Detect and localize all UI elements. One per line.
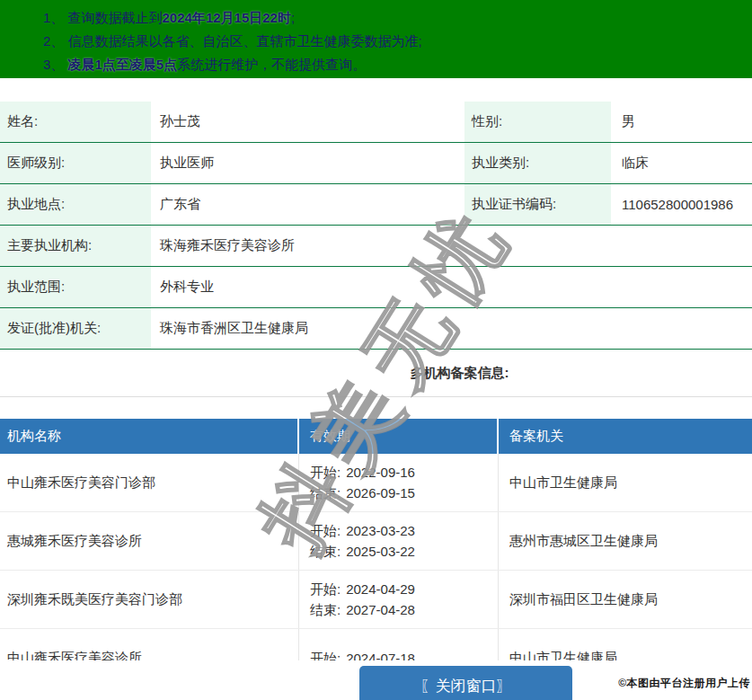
org-name-cell: 深圳雍禾既美医疗美容门诊部 — [0, 571, 299, 628]
certificate-number-label: 执业证书编码: — [464, 184, 611, 225]
profile-row-location-certno: 执业地点: 广东省 执业证书编码: 110652800001986 — [0, 184, 752, 226]
filing-authority-cell: 惠州市惠城区卫生健康局 — [499, 512, 752, 570]
org-name-cell: 中山雍禾医疗美容门诊部 — [0, 454, 299, 511]
main-institution-value: 珠海雍禾医疗美容诊所 — [151, 226, 752, 266]
doctor-level-label: 医师级别: — [0, 143, 151, 183]
practice-scope-value: 外科专业 — [151, 267, 752, 307]
column-header-validity: 有效期 — [299, 419, 499, 454]
start-date: 2022-09-16 — [346, 462, 415, 483]
filing-table-row: 惠城雍禾医疗美容诊所 开始: 2023-03-23 结束: 2025-03-22… — [0, 512, 752, 571]
certificate-number-value: 110652800001986 — [611, 184, 752, 225]
start-date: 2024-04-29 — [346, 579, 415, 599]
start-label: 开始: — [310, 579, 341, 599]
notice-line-3: 3、 凌晨1点至凌晨5点系统进行维护，不能提供查询。 — [0, 53, 752, 76]
practice-category-label: 执业类别: — [464, 143, 611, 183]
name-label: 姓名: — [0, 102, 151, 142]
end-date: 2026-09-15 — [346, 483, 415, 503]
filing-table-header: 机构名称 有效期 备案机关 — [0, 419, 752, 454]
multi-institution-section-title: 多机构备案信息: — [0, 350, 752, 397]
validity-end-line: 结束: 2025-03-22 — [310, 541, 498, 562]
end-label: 结束: — [310, 541, 341, 562]
validity-start-line: 开始: 2023-03-23 — [310, 520, 498, 541]
profile-row-main-institution: 主要执业机构: 珠海雍禾医疗美容诊所 — [0, 226, 752, 267]
validity-cell: 开始: 2023-03-23 结束: 2025-03-22 — [299, 512, 499, 570]
practice-scope-label: 执业范围: — [0, 267, 151, 307]
validity-end-line: 结束: 2026-09-15 — [310, 483, 498, 503]
column-header-filing-authority: 备案机关 — [499, 419, 752, 454]
doctor-level-value: 执业医师 — [151, 143, 464, 183]
start-date: 2023-03-23 — [346, 520, 415, 541]
gender-value: 男 — [611, 102, 752, 142]
start-label: 开始: — [310, 462, 341, 483]
end-label: 结束: — [310, 483, 341, 503]
profile-row-issuing-authority: 发证(批准)机关: 珠海市香洲区卫生健康局 — [0, 308, 752, 350]
filing-authority-cell: 中山市卫生健康局 — [499, 454, 752, 511]
validity-end-line: 结束: 2027-04-28 — [310, 599, 498, 620]
notice-number: 3、 — [43, 57, 68, 72]
notice-bold-text: 凌晨1点至凌晨5点 — [68, 57, 178, 72]
filing-authority-cell: 深圳市福田区卫生健康局 — [499, 571, 752, 628]
validity-cell: 开始: 2022-09-16 结束: 2026-09-15 — [299, 454, 499, 511]
filing-table: 机构名称 有效期 备案机关 中山雍禾医疗美容门诊部 开始: 2022-09-16… — [0, 419, 752, 687]
main-institution-label: 主要执业机构: — [0, 226, 151, 266]
end-label: 结束: — [310, 599, 341, 620]
end-date: 2025-03-22 — [346, 541, 415, 562]
practice-category-value: 临床 — [611, 143, 752, 183]
profile-row-name-gender: 姓名: 孙士茂 性别: 男 — [0, 102, 752, 143]
org-name-cell: 惠城雍禾医疗美容诊所 — [0, 512, 299, 570]
validity-cell: 开始: 2024-04-29 结束: 2027-04-28 — [299, 571, 499, 628]
gender-label: 性别: — [464, 102, 611, 142]
practice-location-label: 执业地点: — [0, 184, 151, 225]
notice-text-suffix: 系统进行维护，不能提供查询。 — [177, 57, 366, 72]
issuing-authority-label: 发证(批准)机关: — [0, 308, 151, 349]
end-date: 2027-04-28 — [346, 599, 415, 620]
notice-text: 查询数据截止到 — [68, 10, 163, 25]
upload-credit-watermark: ©本图由平台注册用户上传 — [618, 676, 750, 691]
footer-bar: 〖关闭窗口〗 ©本图由平台注册用户上传 — [0, 660, 752, 700]
name-value: 孙士茂 — [151, 102, 464, 142]
filing-table-row: 中山雍禾医疗美容门诊部 开始: 2022-09-16 结束: 2026-09-1… — [0, 454, 752, 512]
start-label: 开始: — [310, 520, 341, 541]
profile-row-level-category: 医师级别: 执业医师 执业类别: 临床 — [0, 143, 752, 184]
validity-start-line: 开始: 2022-09-16 — [310, 462, 498, 483]
license-query-result-page: 1、 查询数据截止到2024年12月15日22时; 2、 信息数据结果以各省、自… — [0, 0, 752, 700]
notice-line-1: 1、 查询数据截止到2024年12月15日22时; — [0, 6, 752, 30]
notice-text-suffix: ; — [291, 10, 295, 25]
practice-location-value: 广东省 — [151, 184, 464, 225]
profile-row-practice-scope: 执业范围: 外科专业 — [0, 267, 752, 308]
validity-start-line: 开始: 2024-04-29 — [310, 579, 498, 599]
column-header-org-name: 机构名称 — [0, 419, 299, 454]
close-window-button[interactable]: 〖关闭窗口〗 — [359, 666, 572, 700]
notice-number: 2、 — [43, 33, 68, 49]
notice-bold-text: 2024年12月15日22时 — [163, 10, 291, 25]
issuing-authority-value: 珠海市香洲区卫生健康局 — [151, 308, 752, 349]
filing-table-row: 深圳雍禾既美医疗美容门诊部 开始: 2024-04-29 结束: 2027-04… — [0, 571, 752, 629]
practitioner-profile-table: 姓名: 孙士茂 性别: 男 医师级别: 执业医师 执业类别: 临床 执业地点: … — [0, 102, 752, 350]
notice-banner: 1、 查询数据截止到2024年12月15日22时; 2、 信息数据结果以各省、自… — [0, 0, 752, 78]
notice-line-2: 2、 信息数据结果以各省、自治区、直辖市卫生健康委数据为准; — [0, 30, 752, 53]
notice-text: 信息数据结果以各省、自治区、直辖市卫生健康委数据为准; — [68, 33, 422, 49]
notice-number: 1、 — [43, 10, 68, 25]
